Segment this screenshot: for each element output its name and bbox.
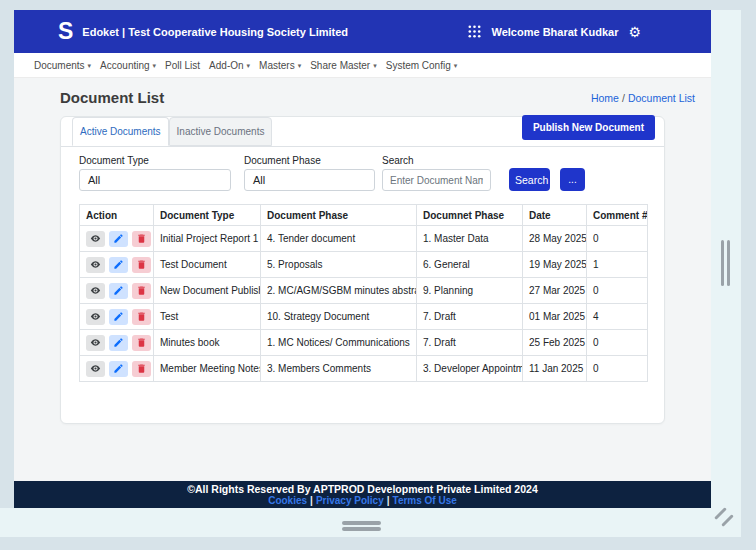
- edit-icon: [113, 285, 124, 296]
- edit-icon: [113, 337, 124, 348]
- edit-button[interactable]: [109, 309, 128, 325]
- delete-button[interactable]: [132, 283, 151, 299]
- footer-link-terms-of-use[interactable]: Terms Of Use: [393, 495, 457, 506]
- edit-icon: [113, 311, 124, 322]
- delete-icon: [136, 259, 147, 270]
- delete-button[interactable]: [132, 231, 151, 247]
- edit-button[interactable]: [109, 361, 128, 377]
- comment-count-cell: 1: [587, 252, 648, 278]
- nav-item-documents[interactable]: Documents▾: [34, 60, 91, 71]
- table-body: Initial Project Report 14. Tender docume…: [80, 226, 648, 382]
- document-phase-cell: 4. Tender document: [261, 226, 417, 252]
- delete-icon: [136, 363, 147, 374]
- nav-item-masters[interactable]: Masters▾: [259, 60, 301, 71]
- column-header-action: Action: [80, 205, 154, 226]
- action-cell: [80, 252, 154, 278]
- copyright-text: ©All Rights Reserved By APTPROD Developm…: [14, 483, 711, 495]
- view-icon: [90, 337, 101, 348]
- document-phase-label: Document Phase: [244, 155, 375, 166]
- action-cell: [80, 226, 154, 252]
- edit-button[interactable]: [109, 283, 128, 299]
- view-button[interactable]: [86, 231, 105, 247]
- action-cell: [80, 356, 154, 382]
- apps-grid-icon[interactable]: [468, 25, 481, 38]
- page-title: Document List: [60, 89, 164, 106]
- documnet-phase-cell: 7. Draft: [417, 330, 523, 356]
- table-row: Minutes book1. MC Notices/ Communication…: [80, 330, 648, 356]
- search-button[interactable]: Search: [509, 168, 550, 191]
- table-header-row: ActionDocument TypeDocument PhaseDocumne…: [80, 205, 648, 226]
- breadcrumb: Home/Document List: [591, 92, 695, 104]
- gear-icon[interactable]: ⚙: [628, 25, 641, 39]
- view-button[interactable]: [86, 309, 105, 325]
- tab-inactive-documents[interactable]: Inactive Documents: [169, 117, 273, 146]
- view-button[interactable]: [86, 361, 105, 377]
- delete-icon: [136, 311, 147, 322]
- column-header-document-type: Document Type: [154, 205, 261, 226]
- documnet-phase-cell: 9. Planning: [417, 278, 523, 304]
- delete-button[interactable]: [132, 257, 151, 273]
- comment-count-cell: 0: [587, 226, 648, 252]
- table-row: New Document Publish2. MC/AGM/SGBM minut…: [80, 278, 648, 304]
- nav-item-accounting[interactable]: Accounting▾: [100, 60, 156, 71]
- device-frame: S Edoket | Test Cooperative Housing Soci…: [0, 0, 756, 550]
- view-icon: [90, 311, 101, 322]
- view-icon: [90, 259, 101, 270]
- nav-item-system-config[interactable]: System Config▾: [386, 60, 458, 71]
- footer-link-separator: |: [307, 495, 316, 506]
- footer-link-privacy-policy[interactable]: Privacy Policy: [316, 495, 384, 506]
- publish-new-document-button[interactable]: Publish New Document: [522, 115, 655, 140]
- edit-icon: [113, 259, 124, 270]
- edit-icon: [113, 233, 124, 244]
- comment-count-cell: 0: [587, 330, 648, 356]
- documnet-phase-cell: 3. Developer Appointment: [417, 356, 523, 382]
- view-button[interactable]: [86, 257, 105, 273]
- app-title: Edoket | Test Cooperative Housing Societ…: [82, 26, 348, 38]
- date-cell: 25 Feb 2025: [523, 330, 587, 356]
- view-button[interactable]: [86, 283, 105, 299]
- document-type-cell: Initial Project Report 1: [154, 226, 261, 252]
- action-cell: [80, 304, 154, 330]
- document-type-select[interactable]: All: [79, 169, 231, 191]
- chevron-down-icon: ▾: [298, 62, 302, 69]
- table-row: Initial Project Report 14. Tender docume…: [80, 226, 648, 252]
- documents-table: ActionDocument TypeDocument PhaseDocumne…: [79, 204, 648, 382]
- column-header-documnet-phase: Documnet Phase: [417, 205, 523, 226]
- delete-button[interactable]: [132, 309, 151, 325]
- chevron-down-icon: ▾: [153, 62, 157, 69]
- nav-item-share-master[interactable]: Share Master▾: [310, 60, 377, 71]
- delete-button[interactable]: [132, 361, 151, 377]
- footer-link-cookies[interactable]: Cookies: [268, 495, 307, 506]
- nav-item-poll-list[interactable]: Poll List: [165, 60, 200, 71]
- breadcrumb-current[interactable]: Document List: [628, 92, 695, 104]
- nav-item-add-on[interactable]: Add-On▾: [209, 60, 250, 71]
- more-options-button[interactable]: ...: [560, 168, 585, 191]
- documnet-phase-cell: 1. Master Data: [417, 226, 523, 252]
- filters-row: Document Type All Document Phase All Sea…: [79, 155, 646, 191]
- breadcrumb-separator: /: [619, 92, 628, 104]
- table-row: Member Meeting Notes3. Members Comments3…: [80, 356, 648, 382]
- action-cell: [80, 278, 154, 304]
- date-cell: 19 May 2025: [523, 252, 587, 278]
- emulator-right-gutter: [711, 10, 741, 508]
- comment-count-cell: 4: [587, 304, 648, 330]
- delete-button[interactable]: [132, 335, 151, 351]
- edit-button[interactable]: [109, 335, 128, 351]
- app-header: S Edoket | Test Cooperative Housing Soci…: [14, 10, 711, 53]
- view-icon: [90, 233, 101, 244]
- documnet-phase-cell: 6. General: [417, 252, 523, 278]
- edit-button[interactable]: [109, 257, 128, 273]
- document-phase-select[interactable]: All: [244, 169, 375, 191]
- page-body: Document List Home/Document List Active …: [14, 78, 711, 481]
- date-cell: 27 Mar 2025: [523, 278, 587, 304]
- edit-button[interactable]: [109, 231, 128, 247]
- document-type-cell: Test: [154, 304, 261, 330]
- search-input[interactable]: [382, 169, 491, 191]
- view-icon: [90, 363, 101, 374]
- comment-count-cell: 0: [587, 278, 648, 304]
- document-list-card: Active DocumentsInactive DocumentsPublis…: [60, 116, 665, 424]
- action-cell: [80, 330, 154, 356]
- view-button[interactable]: [86, 335, 105, 351]
- breadcrumb-home-link[interactable]: Home: [591, 92, 619, 104]
- tab-active-documents[interactable]: Active Documents: [72, 117, 169, 146]
